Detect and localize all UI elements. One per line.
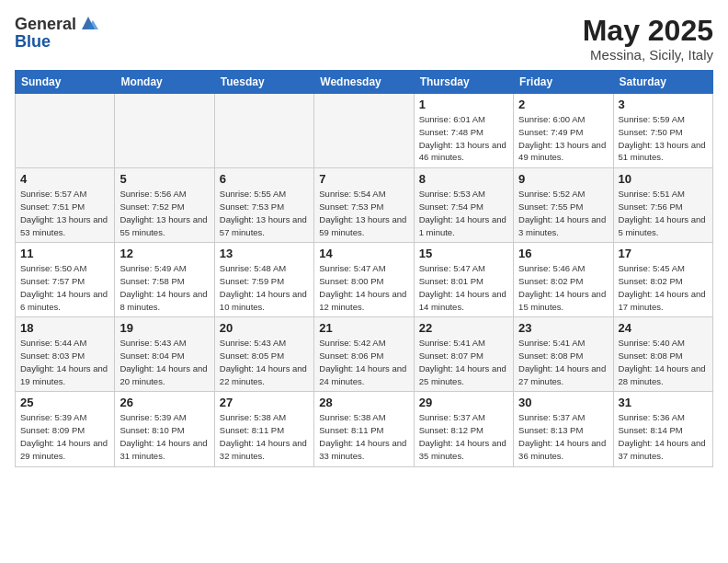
- col-thursday: Thursday: [414, 71, 513, 94]
- day-info: Sunrise: 5:49 AMSunset: 7:58 PMDaylight:…: [119, 262, 209, 313]
- calendar-cell: [115, 94, 214, 168]
- day-info: Sunrise: 5:45 AMSunset: 8:02 PMDaylight:…: [619, 262, 708, 313]
- calendar-cell: 28Sunrise: 5:38 AMSunset: 8:11 PMDayligh…: [314, 392, 414, 466]
- day-info: Sunrise: 5:44 AMSunset: 8:03 PMDaylight:…: [20, 337, 109, 387]
- calendar-cell: 18Sunrise: 5:44 AMSunset: 8:03 PMDayligh…: [16, 317, 115, 392]
- day-number: 24: [619, 321, 708, 335]
- day-info: Sunrise: 5:52 AMSunset: 7:55 PMDaylight:…: [518, 188, 608, 238]
- day-info: Sunrise: 5:39 AMSunset: 8:10 PMDaylight:…: [119, 411, 209, 462]
- day-info: Sunrise: 5:48 AMSunset: 7:59 PMDaylight:…: [220, 262, 309, 313]
- day-number: 14: [319, 247, 408, 260]
- calendar-cell: 21Sunrise: 5:42 AMSunset: 8:06 PMDayligh…: [314, 317, 414, 392]
- col-tuesday: Tuesday: [214, 71, 313, 94]
- day-number: 19: [119, 321, 209, 335]
- calendar-cell: 31Sunrise: 5:36 AMSunset: 8:14 PMDayligh…: [613, 392, 712, 466]
- header-row: Sunday Monday Tuesday Wednesday Thursday…: [16, 71, 713, 94]
- day-info: Sunrise: 5:57 AMSunset: 7:51 PMDaylight:…: [20, 188, 109, 238]
- day-info: Sunrise: 5:41 AMSunset: 8:07 PMDaylight:…: [419, 337, 508, 387]
- day-number: 25: [20, 396, 109, 409]
- day-info: Sunrise: 5:43 AMSunset: 8:05 PMDaylight:…: [220, 337, 309, 387]
- calendar-cell: 22Sunrise: 5:41 AMSunset: 8:07 PMDayligh…: [414, 317, 513, 392]
- calendar-cell: 25Sunrise: 5:39 AMSunset: 8:09 PMDayligh…: [16, 392, 115, 466]
- day-number: 21: [319, 321, 408, 335]
- day-info: Sunrise: 5:53 AMSunset: 7:54 PMDaylight:…: [419, 188, 508, 238]
- day-number: 26: [119, 396, 209, 409]
- calendar-cell: 17Sunrise: 5:45 AMSunset: 8:02 PMDayligh…: [613, 243, 712, 317]
- calendar-cell: 19Sunrise: 5:43 AMSunset: 8:04 PMDayligh…: [115, 317, 214, 392]
- day-info: Sunrise: 5:37 AMSunset: 8:12 PMDaylight:…: [419, 411, 508, 462]
- calendar-subtitle: Messina, Sicily, Italy: [583, 47, 713, 63]
- calendar-cell: 27Sunrise: 5:38 AMSunset: 8:11 PMDayligh…: [214, 392, 313, 466]
- day-info: Sunrise: 5:43 AMSunset: 8:04 PMDaylight:…: [119, 337, 209, 387]
- day-number: 20: [220, 321, 309, 335]
- day-info: Sunrise: 5:55 AMSunset: 7:53 PMDaylight:…: [220, 188, 309, 238]
- calendar-cell: [214, 94, 313, 168]
- day-info: Sunrise: 5:50 AMSunset: 7:57 PMDaylight:…: [20, 262, 109, 313]
- day-number: 13: [220, 247, 309, 260]
- day-info: Sunrise: 6:00 AMSunset: 7:49 PMDaylight:…: [518, 113, 608, 164]
- calendar-cell: 2Sunrise: 6:00 AMSunset: 7:49 PMDaylight…: [514, 94, 613, 168]
- day-number: 29: [419, 396, 508, 409]
- col-monday: Monday: [115, 71, 214, 94]
- day-number: 6: [220, 172, 309, 186]
- day-info: Sunrise: 5:38 AMSunset: 8:11 PMDaylight:…: [319, 411, 408, 462]
- title-area: May 2025 Messina, Sicily, Italy: [583, 15, 713, 63]
- calendar-cell: 12Sunrise: 5:49 AMSunset: 7:58 PMDayligh…: [115, 243, 214, 317]
- calendar-cell: 26Sunrise: 5:39 AMSunset: 8:10 PMDayligh…: [115, 392, 214, 466]
- calendar-week-row: 18Sunrise: 5:44 AMSunset: 8:03 PMDayligh…: [16, 317, 713, 392]
- calendar-cell: 9Sunrise: 5:52 AMSunset: 7:55 PMDaylight…: [514, 168, 613, 243]
- day-info: Sunrise: 5:51 AMSunset: 7:56 PMDaylight:…: [619, 188, 708, 238]
- calendar-week-row: 4Sunrise: 5:57 AMSunset: 7:51 PMDaylight…: [16, 168, 713, 243]
- col-wednesday: Wednesday: [314, 71, 414, 94]
- day-number: 11: [20, 247, 109, 260]
- logo-general: General: [15, 16, 76, 32]
- calendar-title: May 2025: [583, 15, 713, 47]
- calendar-cell: 11Sunrise: 5:50 AMSunset: 7:57 PMDayligh…: [16, 243, 115, 317]
- calendar-cell: 30Sunrise: 5:37 AMSunset: 8:13 PMDayligh…: [514, 392, 613, 466]
- logo: General Blue: [15, 15, 98, 51]
- calendar-cell: 4Sunrise: 5:57 AMSunset: 7:51 PMDaylight…: [16, 168, 115, 243]
- day-number: 27: [220, 396, 309, 409]
- day-number: 2: [518, 98, 608, 111]
- day-info: Sunrise: 5:38 AMSunset: 8:11 PMDaylight:…: [220, 411, 309, 462]
- calendar-cell: 7Sunrise: 5:54 AMSunset: 7:53 PMDaylight…: [314, 168, 414, 243]
- calendar-cell: 15Sunrise: 5:47 AMSunset: 8:01 PMDayligh…: [414, 243, 513, 317]
- calendar-week-row: 25Sunrise: 5:39 AMSunset: 8:09 PMDayligh…: [16, 392, 713, 466]
- day-info: Sunrise: 5:56 AMSunset: 7:52 PMDaylight:…: [119, 188, 209, 238]
- day-number: 7: [319, 172, 408, 186]
- day-number: 31: [619, 396, 708, 409]
- day-info: Sunrise: 5:40 AMSunset: 8:08 PMDaylight:…: [619, 337, 708, 387]
- day-info: Sunrise: 5:54 AMSunset: 7:53 PMDaylight:…: [319, 188, 408, 238]
- calendar-cell: [16, 94, 115, 168]
- day-number: 8: [419, 172, 508, 186]
- day-info: Sunrise: 5:42 AMSunset: 8:06 PMDaylight:…: [319, 337, 408, 387]
- calendar-table: Sunday Monday Tuesday Wednesday Thursday…: [15, 70, 713, 466]
- col-saturday: Saturday: [613, 71, 712, 94]
- day-info: Sunrise: 5:47 AMSunset: 8:00 PMDaylight:…: [319, 262, 408, 313]
- day-info: Sunrise: 5:59 AMSunset: 7:50 PMDaylight:…: [619, 113, 708, 164]
- calendar-cell: 6Sunrise: 5:55 AMSunset: 7:53 PMDaylight…: [214, 168, 313, 243]
- col-sunday: Sunday: [16, 71, 115, 94]
- day-number: 18: [20, 321, 109, 335]
- day-info: Sunrise: 5:41 AMSunset: 8:08 PMDaylight:…: [518, 337, 608, 387]
- calendar-cell: [314, 94, 414, 168]
- day-info: Sunrise: 5:39 AMSunset: 8:09 PMDaylight:…: [20, 411, 109, 462]
- calendar-cell: 14Sunrise: 5:47 AMSunset: 8:00 PMDayligh…: [314, 243, 414, 317]
- day-number: 1: [419, 98, 508, 111]
- calendar-cell: 3Sunrise: 5:59 AMSunset: 7:50 PMDaylight…: [613, 94, 712, 168]
- day-number: 15: [419, 247, 508, 260]
- page-header: General Blue May 2025 Messina, Sicily, I…: [15, 15, 713, 63]
- day-number: 28: [319, 396, 408, 409]
- day-number: 16: [518, 247, 608, 260]
- day-info: Sunrise: 5:36 AMSunset: 8:14 PMDaylight:…: [619, 411, 708, 462]
- day-number: 17: [619, 247, 708, 260]
- logo-icon: [78, 13, 98, 33]
- day-info: Sunrise: 5:47 AMSunset: 8:01 PMDaylight:…: [419, 262, 508, 313]
- calendar-cell: 23Sunrise: 5:41 AMSunset: 8:08 PMDayligh…: [514, 317, 613, 392]
- col-friday: Friday: [514, 71, 613, 94]
- calendar-week-row: 11Sunrise: 5:50 AMSunset: 7:57 PMDayligh…: [16, 243, 713, 317]
- day-info: Sunrise: 5:46 AMSunset: 8:02 PMDaylight:…: [518, 262, 608, 313]
- day-number: 4: [20, 172, 109, 186]
- calendar-cell: 10Sunrise: 5:51 AMSunset: 7:56 PMDayligh…: [613, 168, 712, 243]
- day-number: 9: [518, 172, 608, 186]
